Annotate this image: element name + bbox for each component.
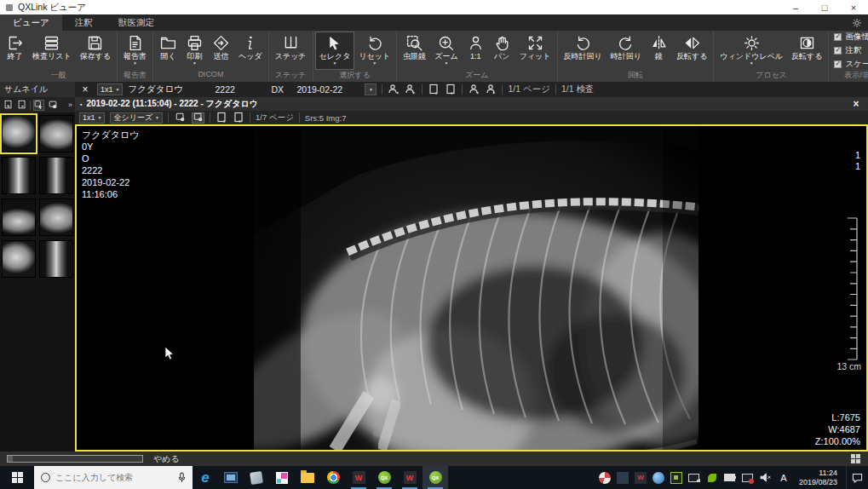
zoom-value: Z:100.00% bbox=[815, 435, 860, 447]
start-button[interactable] bbox=[0, 466, 34, 489]
flip-button[interactable]: 反転する bbox=[672, 32, 711, 70]
thumbnail[interactable] bbox=[39, 198, 73, 236]
display-alert-icon[interactable] bbox=[742, 472, 754, 484]
thumbnail[interactable] bbox=[2, 198, 36, 236]
window-level-button[interactable]: ウィンドウレベル ▼ bbox=[716, 32, 787, 70]
checkbox-scalebar[interactable]: ✓ スケールバー bbox=[834, 59, 868, 70]
fit-button[interactable]: フィット bbox=[515, 32, 555, 70]
menu-tab-annotation[interactable]: 注釈 bbox=[62, 14, 106, 31]
stamp-mode-icon[interactable] bbox=[47, 100, 58, 111]
image-viewport[interactable]: フクダタロウ 0Y O 2222 2019-02-22 11:16:06 1 1 bbox=[75, 124, 868, 452]
one-to-one-button[interactable]: 1:1 bbox=[463, 32, 489, 70]
dropdown-caret-icon: ▼ bbox=[372, 61, 377, 66]
study-list-button[interactable]: 検査リスト bbox=[28, 32, 76, 70]
prev-study-icon[interactable] bbox=[3, 100, 14, 111]
next-patient-button[interactable] bbox=[405, 83, 417, 95]
taskbar-w-app2-button[interactable]: W bbox=[397, 466, 423, 489]
invert-button[interactable]: 反転する bbox=[787, 32, 826, 70]
header-button[interactable]: ヘッダ bbox=[234, 32, 267, 70]
open-folder-icon bbox=[159, 34, 177, 52]
taskbar-explorer-button[interactable] bbox=[295, 466, 320, 489]
next-study-icon[interactable] bbox=[16, 100, 27, 111]
scout-toggle-icon[interactable] bbox=[192, 112, 204, 124]
study-page-count: 1/1 ページ bbox=[508, 83, 550, 95]
menu-tab-viewer[interactable]: ビューア bbox=[0, 14, 62, 31]
tray-app-icon[interactable] bbox=[617, 472, 629, 484]
taskbar-qxlink-active-button[interactable]: QX bbox=[423, 466, 448, 489]
checkbox-annotation[interactable]: ✓ 注釈 bbox=[834, 45, 868, 56]
thumbnail[interactable] bbox=[39, 157, 73, 194]
nvidia-settings-icon[interactable] bbox=[670, 472, 682, 484]
exit-icon bbox=[6, 34, 24, 52]
prev-exam-button[interactable] bbox=[468, 83, 480, 95]
pan-button[interactable]: パン bbox=[489, 32, 515, 70]
thumbnail[interactable] bbox=[39, 115, 73, 152]
next-series-page-button[interactable] bbox=[233, 112, 244, 124]
nvidia-icon[interactable] bbox=[706, 472, 718, 484]
taskbar-photos-app-button[interactable] bbox=[269, 466, 295, 489]
mirror-button[interactable]: 鏡 bbox=[646, 32, 672, 70]
prev-patient-button[interactable] bbox=[388, 83, 400, 95]
action-center-button[interactable] bbox=[846, 466, 868, 489]
search-input[interactable] bbox=[55, 473, 173, 482]
next-exam-button[interactable] bbox=[485, 83, 497, 95]
maximize-button[interactable]: □ bbox=[810, 0, 839, 14]
dropdown-caret-icon: ▼ bbox=[193, 61, 197, 66]
stitch-button[interactable]: ステッチ bbox=[271, 32, 311, 70]
checkbox-image-info[interactable]: ✓ 画像情報 bbox=[834, 32, 868, 43]
thumbnail[interactable] bbox=[2, 157, 36, 194]
series-filter-select[interactable]: 全シリーズ ▼ bbox=[110, 112, 163, 124]
layout-grid-icon[interactable] bbox=[850, 453, 861, 464]
overlay-toggle-icon[interactable] bbox=[174, 112, 187, 124]
menu-tab-vet-measure[interactable]: 獣医測定 bbox=[106, 14, 167, 31]
close-button[interactable]: × bbox=[839, 0, 868, 14]
rotate-ccw-button[interactable]: 反時計回り bbox=[560, 32, 606, 70]
prev-series-page-button[interactable] bbox=[216, 112, 227, 124]
thumbnail-selected[interactable] bbox=[2, 115, 36, 152]
zoom-button[interactable]: ズーム ▼ bbox=[430, 32, 462, 70]
study-exam-count: 1/1 検査 bbox=[561, 83, 595, 95]
display-audio-icon[interactable] bbox=[688, 472, 700, 484]
exit-button[interactable]: 終了 bbox=[2, 32, 28, 70]
minimize-button[interactable]: – bbox=[781, 0, 810, 14]
thumbnail[interactable] bbox=[2, 240, 36, 278]
prev-page-button[interactable] bbox=[428, 83, 440, 95]
study-layout-select[interactable]: 1x1 ▼ bbox=[97, 83, 123, 95]
tray-w-icon[interactable]: W bbox=[635, 472, 647, 484]
taskbar-clock[interactable]: 11:24 2019/08/23 bbox=[796, 469, 841, 487]
series-layout-select[interactable]: 1x1 ▼ bbox=[79, 112, 105, 124]
taskbar-qx-app-button[interactable]: QX bbox=[371, 466, 397, 489]
drag-mode-icon[interactable] bbox=[33, 100, 44, 111]
sidebar-expand-chevron[interactable]: » bbox=[68, 101, 72, 109]
selector-button[interactable]: セレクタ ▼ bbox=[315, 32, 355, 70]
taskbar-w-app-button[interactable]: W bbox=[346, 466, 371, 489]
next-page-button[interactable] bbox=[445, 83, 457, 95]
study-date-dropdown[interactable]: ▼ bbox=[365, 83, 377, 95]
ime-language-indicator[interactable]: A bbox=[778, 472, 790, 484]
close-series-button[interactable]: × bbox=[849, 98, 863, 110]
ribbon-settings-button[interactable] bbox=[846, 14, 868, 31]
taskbar-chrome-button[interactable] bbox=[320, 466, 346, 489]
system-tray: W A 11:24 2019/08/23 bbox=[590, 466, 846, 489]
magnifier-button[interactable]: 虫眼鏡 bbox=[399, 32, 430, 70]
thumbnail[interactable] bbox=[39, 240, 73, 278]
print-button[interactable]: 印刷 ▼ bbox=[181, 32, 208, 70]
taskbar-notes-app-button[interactable] bbox=[244, 466, 269, 489]
invert-icon bbox=[798, 34, 816, 52]
antivirus-shield-icon[interactable] bbox=[599, 472, 611, 484]
report-button[interactable]: 報告書 ▼ bbox=[119, 32, 151, 70]
taskbar-display-app-button[interactable] bbox=[218, 466, 244, 489]
send-button[interactable]: 送信 bbox=[208, 32, 234, 70]
cancel-button[interactable]: やめる bbox=[153, 453, 180, 465]
zoom-plus-icon bbox=[437, 34, 455, 52]
network-globe-icon[interactable] bbox=[652, 472, 664, 484]
battery-icon[interactable] bbox=[724, 472, 736, 484]
reset-button[interactable]: リセット ▼ bbox=[354, 32, 394, 70]
rotate-cw-button[interactable]: 時計回り bbox=[606, 32, 646, 70]
save-button[interactable]: 保存する bbox=[76, 32, 115, 70]
muted-speaker-icon[interactable] bbox=[760, 472, 772, 484]
close-study-button[interactable]: × bbox=[78, 83, 92, 95]
open-button[interactable]: 開く bbox=[155, 32, 181, 70]
taskbar-search[interactable] bbox=[34, 466, 193, 489]
taskbar-edge-button[interactable]: e bbox=[193, 466, 218, 489]
